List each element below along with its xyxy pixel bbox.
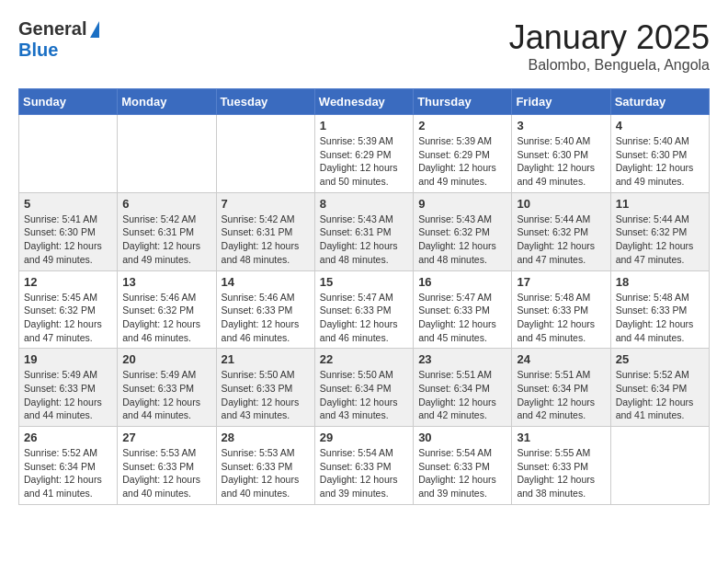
day-number: 24	[517, 352, 605, 366]
calendar-cell: 9Sunrise: 5:43 AM Sunset: 6:32 PM Daylig…	[414, 192, 512, 270]
day-info: Sunrise: 5:44 AM Sunset: 6:32 PM Dayligh…	[616, 213, 704, 267]
day-info: Sunrise: 5:48 AM Sunset: 6:33 PM Dayligh…	[517, 291, 605, 345]
calendar-cell: 25Sunrise: 5:52 AM Sunset: 6:34 PM Dayli…	[610, 349, 709, 427]
day-info: Sunrise: 5:51 AM Sunset: 6:34 PM Dayligh…	[418, 368, 506, 422]
day-number: 1	[320, 119, 408, 132]
day-info: Sunrise: 5:50 AM Sunset: 6:33 PM Dayligh…	[222, 368, 310, 422]
page-header: General Blue January 2025 Balombo, Bengu…	[18, 18, 710, 74]
calendar-cell: 12Sunrise: 5:45 AM Sunset: 6:32 PM Dayli…	[19, 270, 118, 349]
calendar-week-row: 1Sunrise: 5:39 AM Sunset: 6:29 PM Daylig…	[19, 115, 710, 193]
logo: General Blue	[18, 18, 99, 61]
day-info: Sunrise: 5:41 AM Sunset: 6:30 PM Dayligh…	[24, 213, 112, 267]
day-info: Sunrise: 5:40 AM Sunset: 6:30 PM Dayligh…	[517, 134, 605, 189]
day-info: Sunrise: 5:54 AM Sunset: 6:33 PM Dayligh…	[320, 446, 408, 500]
calendar-cell: 24Sunrise: 5:51 AM Sunset: 6:34 PM Dayli…	[512, 349, 610, 427]
calendar-table: SundayMondayTuesdayWednesdayThursdayFrid…	[18, 88, 710, 505]
day-info: Sunrise: 5:44 AM Sunset: 6:32 PM Dayligh…	[517, 213, 605, 267]
calendar-week-row: 5Sunrise: 5:41 AM Sunset: 6:30 PM Daylig…	[19, 192, 710, 270]
col-header-saturday: Saturday	[610, 89, 709, 115]
calendar-cell	[19, 115, 118, 193]
calendar-cell: 1Sunrise: 5:39 AM Sunset: 6:29 PM Daylig…	[314, 115, 413, 193]
col-header-thursday: Thursday	[414, 89, 512, 115]
logo-blue-text: Blue	[18, 40, 58, 61]
calendar-cell: 15Sunrise: 5:47 AM Sunset: 6:33 PM Dayli…	[314, 270, 413, 349]
day-info: Sunrise: 5:49 AM Sunset: 6:33 PM Dayligh…	[24, 368, 112, 422]
day-number: 13	[122, 275, 210, 289]
day-number: 23	[418, 352, 506, 366]
calendar-cell: 8Sunrise: 5:43 AM Sunset: 6:31 PM Daylig…	[314, 192, 413, 270]
day-info: Sunrise: 5:46 AM Sunset: 6:33 PM Dayligh…	[222, 291, 310, 345]
day-number: 21	[222, 352, 310, 366]
day-number: 10	[517, 197, 605, 211]
day-number: 25	[616, 352, 704, 366]
day-info: Sunrise: 5:49 AM Sunset: 6:33 PM Dayligh…	[122, 368, 210, 422]
calendar-cell: 26Sunrise: 5:52 AM Sunset: 6:34 PM Dayli…	[19, 427, 118, 505]
calendar-cell: 20Sunrise: 5:49 AM Sunset: 6:33 PM Dayli…	[118, 349, 216, 427]
calendar-cell: 6Sunrise: 5:42 AM Sunset: 6:31 PM Daylig…	[118, 192, 216, 270]
calendar-cell: 11Sunrise: 5:44 AM Sunset: 6:32 PM Dayli…	[610, 192, 709, 270]
calendar-cell: 21Sunrise: 5:50 AM Sunset: 6:33 PM Dayli…	[216, 349, 314, 427]
col-header-tuesday: Tuesday	[216, 89, 314, 115]
day-number: 6	[122, 197, 210, 211]
calendar-week-row: 26Sunrise: 5:52 AM Sunset: 6:34 PM Dayli…	[19, 427, 710, 505]
calendar-cell: 27Sunrise: 5:53 AM Sunset: 6:33 PM Dayli…	[118, 427, 216, 505]
calendar-cell	[118, 115, 216, 193]
day-number: 4	[616, 119, 704, 132]
day-info: Sunrise: 5:39 AM Sunset: 6:29 PM Dayligh…	[418, 134, 506, 189]
day-info: Sunrise: 5:43 AM Sunset: 6:31 PM Dayligh…	[320, 213, 408, 267]
calendar-cell: 17Sunrise: 5:48 AM Sunset: 6:33 PM Dayli…	[512, 270, 610, 349]
calendar-week-row: 19Sunrise: 5:49 AM Sunset: 6:33 PM Dayli…	[19, 349, 710, 427]
calendar-cell: 5Sunrise: 5:41 AM Sunset: 6:30 PM Daylig…	[19, 192, 118, 270]
day-number: 31	[517, 431, 605, 444]
calendar-cell: 31Sunrise: 5:55 AM Sunset: 6:33 PM Dayli…	[512, 427, 610, 505]
day-number: 26	[24, 431, 112, 444]
month-title: January 2025	[509, 18, 710, 57]
calendar-cell: 4Sunrise: 5:40 AM Sunset: 6:30 PM Daylig…	[610, 115, 709, 193]
day-info: Sunrise: 5:52 AM Sunset: 6:34 PM Dayligh…	[24, 446, 112, 500]
day-number: 5	[24, 197, 112, 211]
title-section: January 2025 Balombo, Benguela, Angola	[509, 18, 710, 74]
calendar-cell: 18Sunrise: 5:48 AM Sunset: 6:33 PM Dayli…	[610, 270, 709, 349]
calendar-cell: 28Sunrise: 5:53 AM Sunset: 6:33 PM Dayli…	[216, 427, 314, 505]
calendar-cell: 22Sunrise: 5:50 AM Sunset: 6:34 PM Dayli…	[314, 349, 413, 427]
calendar-week-row: 12Sunrise: 5:45 AM Sunset: 6:32 PM Dayli…	[19, 270, 710, 349]
day-info: Sunrise: 5:54 AM Sunset: 6:33 PM Dayligh…	[418, 446, 506, 500]
day-info: Sunrise: 5:53 AM Sunset: 6:33 PM Dayligh…	[222, 446, 310, 500]
day-number: 14	[222, 275, 310, 289]
calendar-cell: 7Sunrise: 5:42 AM Sunset: 6:31 PM Daylig…	[216, 192, 314, 270]
calendar-cell: 2Sunrise: 5:39 AM Sunset: 6:29 PM Daylig…	[414, 115, 512, 193]
calendar-cell: 13Sunrise: 5:46 AM Sunset: 6:32 PM Dayli…	[118, 270, 216, 349]
calendar-cell: 23Sunrise: 5:51 AM Sunset: 6:34 PM Dayli…	[414, 349, 512, 427]
day-info: Sunrise: 5:47 AM Sunset: 6:33 PM Dayligh…	[320, 291, 408, 345]
calendar-cell	[610, 427, 709, 505]
calendar-cell: 16Sunrise: 5:47 AM Sunset: 6:33 PM Dayli…	[414, 270, 512, 349]
day-info: Sunrise: 5:51 AM Sunset: 6:34 PM Dayligh…	[517, 368, 605, 422]
day-info: Sunrise: 5:45 AM Sunset: 6:32 PM Dayligh…	[24, 291, 112, 345]
day-number: 7	[222, 197, 310, 211]
day-info: Sunrise: 5:46 AM Sunset: 6:32 PM Dayligh…	[122, 291, 210, 345]
location-subtitle: Balombo, Benguela, Angola	[509, 57, 710, 74]
col-header-monday: Monday	[118, 89, 216, 115]
calendar-header-row: SundayMondayTuesdayWednesdayThursdayFrid…	[19, 89, 710, 115]
day-number: 18	[616, 275, 704, 289]
day-info: Sunrise: 5:52 AM Sunset: 6:34 PM Dayligh…	[616, 368, 704, 422]
day-number: 16	[418, 275, 506, 289]
day-number: 29	[320, 431, 408, 444]
day-info: Sunrise: 5:43 AM Sunset: 6:32 PM Dayligh…	[418, 213, 506, 267]
calendar-cell: 14Sunrise: 5:46 AM Sunset: 6:33 PM Dayli…	[216, 270, 314, 349]
day-number: 2	[418, 119, 506, 132]
day-number: 22	[320, 352, 408, 366]
calendar-cell	[216, 115, 314, 193]
day-number: 12	[24, 275, 112, 289]
day-number: 19	[24, 352, 112, 366]
calendar-cell: 10Sunrise: 5:44 AM Sunset: 6:32 PM Dayli…	[512, 192, 610, 270]
calendar-cell: 19Sunrise: 5:49 AM Sunset: 6:33 PM Dayli…	[19, 349, 118, 427]
day-number: 28	[222, 431, 310, 444]
day-number: 17	[517, 275, 605, 289]
day-info: Sunrise: 5:48 AM Sunset: 6:33 PM Dayligh…	[616, 291, 704, 345]
day-number: 20	[122, 352, 210, 366]
calendar-cell: 3Sunrise: 5:40 AM Sunset: 6:30 PM Daylig…	[512, 115, 610, 193]
day-number: 11	[616, 197, 704, 211]
day-info: Sunrise: 5:47 AM Sunset: 6:33 PM Dayligh…	[418, 291, 506, 345]
col-header-sunday: Sunday	[19, 89, 118, 115]
